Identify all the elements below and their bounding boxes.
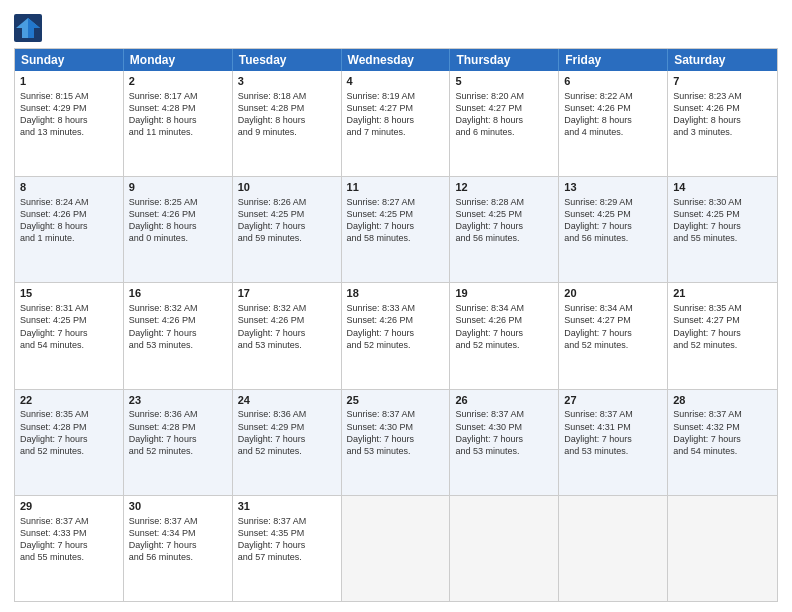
calendar-cell: 2Sunrise: 8:17 AMSunset: 4:28 PMDaylight… <box>124 71 233 176</box>
day-info: Sunrise: 8:19 AMSunset: 4:27 PMDaylight:… <box>347 90 445 139</box>
calendar-row: 1Sunrise: 8:15 AMSunset: 4:29 PMDaylight… <box>15 71 777 176</box>
day-info: Sunrise: 8:32 AMSunset: 4:26 PMDaylight:… <box>238 302 336 351</box>
calendar-cell: 13Sunrise: 8:29 AMSunset: 4:25 PMDayligh… <box>559 177 668 282</box>
day-info: Sunrise: 8:26 AMSunset: 4:25 PMDaylight:… <box>238 196 336 245</box>
day-info: Sunrise: 8:24 AMSunset: 4:26 PMDaylight:… <box>20 196 118 245</box>
calendar-cell: 7Sunrise: 8:23 AMSunset: 4:26 PMDaylight… <box>668 71 777 176</box>
calendar-cell: 9Sunrise: 8:25 AMSunset: 4:26 PMDaylight… <box>124 177 233 282</box>
day-number: 13 <box>564 180 662 195</box>
day-info: Sunrise: 8:36 AMSunset: 4:29 PMDaylight:… <box>238 408 336 457</box>
day-info: Sunrise: 8:36 AMSunset: 4:28 PMDaylight:… <box>129 408 227 457</box>
calendar-cell: 24Sunrise: 8:36 AMSunset: 4:29 PMDayligh… <box>233 390 342 495</box>
day-number: 22 <box>20 393 118 408</box>
calendar-cell: 21Sunrise: 8:35 AMSunset: 4:27 PMDayligh… <box>668 283 777 388</box>
header <box>14 10 778 42</box>
day-number: 16 <box>129 286 227 301</box>
calendar-cell: 14Sunrise: 8:30 AMSunset: 4:25 PMDayligh… <box>668 177 777 282</box>
calendar-cell-empty <box>559 496 668 601</box>
day-number: 9 <box>129 180 227 195</box>
calendar-cell: 27Sunrise: 8:37 AMSunset: 4:31 PMDayligh… <box>559 390 668 495</box>
day-number: 2 <box>129 74 227 89</box>
day-info: Sunrise: 8:23 AMSunset: 4:26 PMDaylight:… <box>673 90 772 139</box>
day-number: 5 <box>455 74 553 89</box>
logo <box>14 14 44 42</box>
day-info: Sunrise: 8:32 AMSunset: 4:26 PMDaylight:… <box>129 302 227 351</box>
day-info: Sunrise: 8:29 AMSunset: 4:25 PMDaylight:… <box>564 196 662 245</box>
day-info: Sunrise: 8:37 AMSunset: 4:35 PMDaylight:… <box>238 515 336 564</box>
calendar-cell: 29Sunrise: 8:37 AMSunset: 4:33 PMDayligh… <box>15 496 124 601</box>
day-info: Sunrise: 8:27 AMSunset: 4:25 PMDaylight:… <box>347 196 445 245</box>
day-number: 3 <box>238 74 336 89</box>
day-info: Sunrise: 8:37 AMSunset: 4:34 PMDaylight:… <box>129 515 227 564</box>
day-number: 19 <box>455 286 553 301</box>
day-info: Sunrise: 8:20 AMSunset: 4:27 PMDaylight:… <box>455 90 553 139</box>
calendar-cell: 4Sunrise: 8:19 AMSunset: 4:27 PMDaylight… <box>342 71 451 176</box>
weekday-header: Tuesday <box>233 49 342 71</box>
day-number: 11 <box>347 180 445 195</box>
calendar-cell: 12Sunrise: 8:28 AMSunset: 4:25 PMDayligh… <box>450 177 559 282</box>
weekday-header: Saturday <box>668 49 777 71</box>
day-number: 23 <box>129 393 227 408</box>
day-number: 26 <box>455 393 553 408</box>
day-info: Sunrise: 8:34 AMSunset: 4:26 PMDaylight:… <box>455 302 553 351</box>
day-number: 30 <box>129 499 227 514</box>
weekday-header: Monday <box>124 49 233 71</box>
day-info: Sunrise: 8:37 AMSunset: 4:32 PMDaylight:… <box>673 408 772 457</box>
day-number: 21 <box>673 286 772 301</box>
calendar-cell: 8Sunrise: 8:24 AMSunset: 4:26 PMDaylight… <box>15 177 124 282</box>
calendar-cell: 22Sunrise: 8:35 AMSunset: 4:28 PMDayligh… <box>15 390 124 495</box>
calendar-row: 15Sunrise: 8:31 AMSunset: 4:25 PMDayligh… <box>15 282 777 388</box>
calendar-cell: 28Sunrise: 8:37 AMSunset: 4:32 PMDayligh… <box>668 390 777 495</box>
calendar-cell: 19Sunrise: 8:34 AMSunset: 4:26 PMDayligh… <box>450 283 559 388</box>
calendar-cell: 15Sunrise: 8:31 AMSunset: 4:25 PMDayligh… <box>15 283 124 388</box>
day-number: 1 <box>20 74 118 89</box>
day-number: 31 <box>238 499 336 514</box>
day-number: 29 <box>20 499 118 514</box>
day-info: Sunrise: 8:33 AMSunset: 4:26 PMDaylight:… <box>347 302 445 351</box>
day-number: 24 <box>238 393 336 408</box>
day-info: Sunrise: 8:34 AMSunset: 4:27 PMDaylight:… <box>564 302 662 351</box>
weekday-header: Wednesday <box>342 49 451 71</box>
weekday-header: Sunday <box>15 49 124 71</box>
day-info: Sunrise: 8:28 AMSunset: 4:25 PMDaylight:… <box>455 196 553 245</box>
day-number: 4 <box>347 74 445 89</box>
day-number: 12 <box>455 180 553 195</box>
weekday-header: Thursday <box>450 49 559 71</box>
calendar-cell: 10Sunrise: 8:26 AMSunset: 4:25 PMDayligh… <box>233 177 342 282</box>
day-number: 28 <box>673 393 772 408</box>
page: SundayMondayTuesdayWednesdayThursdayFrid… <box>0 0 792 612</box>
calendar-row: 8Sunrise: 8:24 AMSunset: 4:26 PMDaylight… <box>15 176 777 282</box>
calendar-cell: 3Sunrise: 8:18 AMSunset: 4:28 PMDaylight… <box>233 71 342 176</box>
day-info: Sunrise: 8:37 AMSunset: 4:33 PMDaylight:… <box>20 515 118 564</box>
day-number: 17 <box>238 286 336 301</box>
day-number: 14 <box>673 180 772 195</box>
day-number: 8 <box>20 180 118 195</box>
day-number: 20 <box>564 286 662 301</box>
calendar-cell: 16Sunrise: 8:32 AMSunset: 4:26 PMDayligh… <box>124 283 233 388</box>
calendar-cell-empty <box>668 496 777 601</box>
day-number: 7 <box>673 74 772 89</box>
day-number: 6 <box>564 74 662 89</box>
day-info: Sunrise: 8:35 AMSunset: 4:28 PMDaylight:… <box>20 408 118 457</box>
day-number: 15 <box>20 286 118 301</box>
calendar-cell: 11Sunrise: 8:27 AMSunset: 4:25 PMDayligh… <box>342 177 451 282</box>
calendar-cell-empty <box>450 496 559 601</box>
day-info: Sunrise: 8:35 AMSunset: 4:27 PMDaylight:… <box>673 302 772 351</box>
calendar-cell: 17Sunrise: 8:32 AMSunset: 4:26 PMDayligh… <box>233 283 342 388</box>
calendar-cell: 1Sunrise: 8:15 AMSunset: 4:29 PMDaylight… <box>15 71 124 176</box>
calendar-cell: 20Sunrise: 8:34 AMSunset: 4:27 PMDayligh… <box>559 283 668 388</box>
weekday-header: Friday <box>559 49 668 71</box>
calendar-cell: 30Sunrise: 8:37 AMSunset: 4:34 PMDayligh… <box>124 496 233 601</box>
calendar-cell: 6Sunrise: 8:22 AMSunset: 4:26 PMDaylight… <box>559 71 668 176</box>
day-number: 25 <box>347 393 445 408</box>
calendar-cell: 18Sunrise: 8:33 AMSunset: 4:26 PMDayligh… <box>342 283 451 388</box>
calendar-cell: 25Sunrise: 8:37 AMSunset: 4:30 PMDayligh… <box>342 390 451 495</box>
day-info: Sunrise: 8:37 AMSunset: 4:31 PMDaylight:… <box>564 408 662 457</box>
calendar-cell: 31Sunrise: 8:37 AMSunset: 4:35 PMDayligh… <box>233 496 342 601</box>
calendar-cell-empty <box>342 496 451 601</box>
day-number: 18 <box>347 286 445 301</box>
day-number: 27 <box>564 393 662 408</box>
calendar-header: SundayMondayTuesdayWednesdayThursdayFrid… <box>15 49 777 71</box>
day-info: Sunrise: 8:17 AMSunset: 4:28 PMDaylight:… <box>129 90 227 139</box>
day-info: Sunrise: 8:37 AMSunset: 4:30 PMDaylight:… <box>347 408 445 457</box>
